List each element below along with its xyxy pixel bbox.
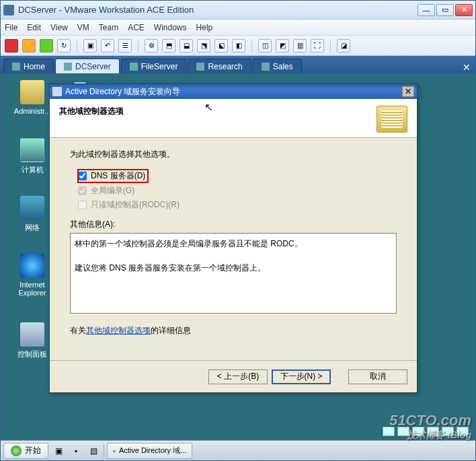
revert-icon[interactable]: ↶ (101, 39, 114, 52)
vmware-tabs: Home DCServer FileServer Research Sales … (1, 56, 475, 73)
toolbar-separator (77, 39, 77, 52)
unity-icon[interactable]: ◪ (337, 39, 350, 52)
menu-view[interactable]: View (50, 23, 68, 32)
close-button[interactable]: ✕ (455, 4, 473, 16)
info-label: 其他信息(A): (70, 219, 397, 230)
minimize-button[interactable]: — (418, 4, 435, 16)
vmware-app-icon (3, 5, 14, 15)
wizard-close-button[interactable]: ✕ (402, 86, 414, 97)
reset-icon[interactable]: ↻ (57, 39, 71, 52)
next-button[interactable]: 下一步(N) > (272, 369, 331, 384)
guest-taskbar: 开始 ▣ ▪ ▤ ▫ Active Directory 域... (1, 440, 475, 460)
wizard-body: 为此域控制器选择其他选项。 DNS 服务器(D) 全局编录(G) 只读域控制器(… (50, 138, 417, 360)
vm-icon (196, 63, 204, 71)
wizard-footer: < 上一步(B) 下一步(N) > 取消 (50, 360, 417, 392)
computer-icon (20, 138, 44, 162)
tab-close-icon[interactable]: ✕ (461, 61, 473, 73)
device-icon[interactable] (427, 427, 439, 436)
gc-checkbox (78, 186, 87, 195)
device-icon[interactable] (397, 427, 409, 436)
option-label: 只读域控制器(RODC)(R) (91, 199, 180, 211)
manage-snapshots-icon[interactable]: ☰ (118, 39, 132, 52)
menu-help[interactable]: Help (196, 23, 213, 32)
help-link-line: 有关其他域控制器选项的详细信息 (70, 325, 397, 336)
vmware-device-status (383, 427, 469, 436)
quick-launch-server-manager-icon[interactable]: ▣ (51, 444, 66, 458)
toolbar-separator (138, 39, 138, 52)
home-icon (12, 63, 20, 71)
info-textbox[interactable] (70, 233, 397, 314)
tab-label: Sales (273, 62, 293, 71)
device-icon[interactable] (412, 427, 424, 436)
wizard-titlebar[interactable]: Active Directory 域服务安装向导 ✕ (50, 84, 417, 99)
sidebar-icon[interactable]: ◫ (258, 39, 272, 52)
start-orb-icon (11, 446, 22, 456)
start-label: 开始 (25, 445, 41, 456)
toolbar-separator (251, 39, 252, 52)
device-icon[interactable] (457, 427, 469, 436)
vmware-window: DCServer - VMware Workstation ACE Editio… (0, 0, 476, 461)
tab-label: DCServer (75, 62, 111, 71)
network-icon (20, 196, 44, 220)
maximize-button[interactable]: ▭ (436, 4, 454, 16)
quick-launch-cmd-icon[interactable]: ▪ (69, 444, 83, 458)
tool-icon[interactable]: ⬕ (214, 39, 228, 52)
device-icon[interactable] (442, 427, 454, 436)
menu-ace[interactable]: ACE (128, 23, 145, 32)
start-button[interactable]: 开始 (3, 443, 48, 459)
task-icon: ▫ (113, 447, 116, 455)
vm-icon (130, 63, 138, 71)
option-dns-server[interactable]: DNS 服务器(D) (78, 170, 148, 182)
wizard-header: 其他域控制器选项 ↖ (50, 99, 417, 138)
vmware-toolbar: ↻ ▣ ↶ ☰ ⚙ ⬒ ⬓ ⬔ ⬕ ◧ ◫ ◩ ▥ ⛶ ◪ (1, 36, 475, 56)
device-icon[interactable] (383, 427, 395, 436)
menu-vm[interactable]: VM (77, 23, 89, 32)
tool-icon[interactable]: ▥ (293, 39, 307, 52)
toolbar-separator (330, 39, 331, 52)
tool-icon[interactable]: ⬒ (162, 39, 175, 52)
vm-icon (64, 63, 72, 71)
vmware-titlebar[interactable]: DCServer - VMware Workstation ACE Editio… (1, 1, 475, 20)
guest-desktop[interactable]: Administr... 计算机 网络 Internet Explorer 控制… (1, 73, 475, 460)
cancel-button[interactable]: 取消 (348, 369, 407, 384)
vmware-title: DCServer - VMware Workstation ACE Editio… (18, 5, 418, 15)
pause-icon[interactable] (22, 39, 36, 52)
dns-checkbox[interactable] (78, 172, 87, 180)
option-rodc: 只读域控制器(RODC)(R) (78, 199, 397, 211)
snapshot-icon[interactable]: ▣ (83, 39, 97, 52)
tab-fileserver[interactable]: FileServer (121, 59, 187, 73)
rodc-checkbox (78, 201, 87, 209)
link-suffix: 的详细信息 (151, 326, 191, 335)
tool-icon[interactable]: ◧ (232, 39, 245, 52)
tool-icon[interactable]: ⚙ (145, 39, 158, 52)
menu-edit[interactable]: Edit (27, 23, 41, 32)
menu-file[interactable]: File (5, 23, 17, 32)
tab-dcserver[interactable]: DCServer (55, 59, 120, 73)
tool-icon[interactable]: ⬓ (180, 39, 193, 52)
stop-icon[interactable] (5, 39, 18, 52)
fullscreen-icon[interactable]: ⛶ (311, 39, 324, 52)
quick-launch-explorer-icon[interactable]: ▤ (86, 444, 101, 458)
ad-install-wizard: Active Directory 域服务安装向导 ✕ 其他域控制器选项 ↖ 为此… (49, 83, 418, 393)
menu-windows[interactable]: Windows (154, 23, 187, 32)
link-prefix: 有关 (70, 326, 86, 335)
tool-icon[interactable]: ◩ (276, 39, 289, 52)
help-link[interactable]: 其他域控制器选项 (86, 326, 151, 335)
tab-sales[interactable]: Sales (253, 59, 302, 73)
vm-icon (262, 63, 270, 71)
menu-team[interactable]: Team (99, 23, 118, 32)
wizard-heading: 其他域控制器选项 (59, 106, 376, 117)
tab-home[interactable]: Home (3, 59, 54, 73)
taskbar-button-ad-wizard[interactable]: ▫ Active Directory 域... (107, 443, 192, 459)
wizard-intro-text: 为此域控制器选择其他选项。 (70, 149, 397, 160)
back-button[interactable]: < 上一步(B) (208, 369, 268, 384)
window-controls: — ▭ ✕ (418, 4, 473, 16)
option-label: 全局编录(G) (91, 185, 134, 197)
tab-research[interactable]: Research (188, 59, 251, 73)
task-label: Active Directory 域... (119, 446, 186, 456)
tab-label: Research (208, 62, 242, 71)
vmware-menubar: File Edit View VM Team ACE Windows Help (1, 20, 475, 36)
play-icon[interactable] (40, 39, 53, 52)
tool-icon[interactable]: ⬔ (197, 39, 210, 52)
wizard-app-icon (52, 87, 62, 96)
